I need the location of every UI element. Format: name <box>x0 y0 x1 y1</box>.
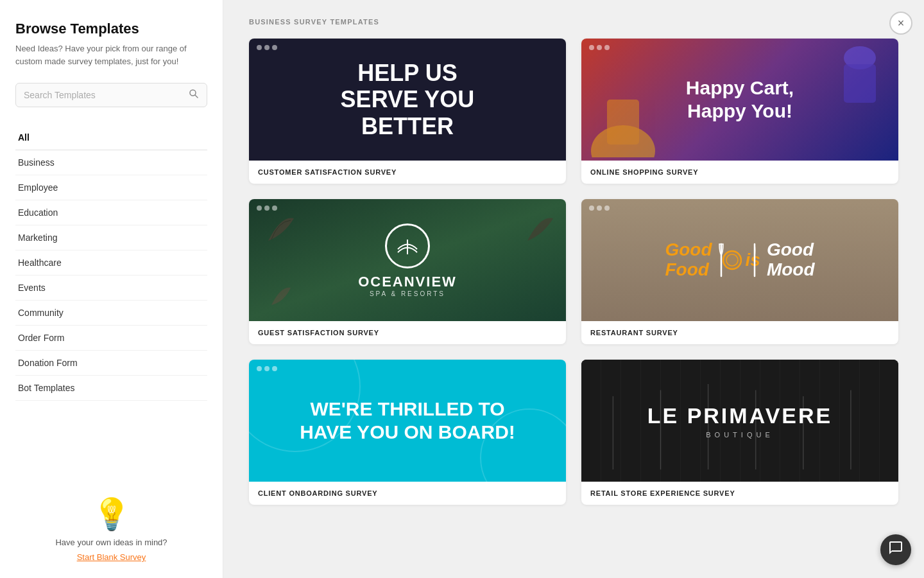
search-icon <box>189 89 199 101</box>
sidebar: Browse Templates Need Ideas? Have your p… <box>0 0 223 578</box>
sidebar-item-business[interactable]: Business <box>15 150 207 175</box>
sidebar-item-community[interactable]: Community <box>15 301 207 326</box>
card-title-boutique: RETAIL STORE EXPERIENCE SURVEY <box>581 482 898 505</box>
page-title: Browse Templates <box>15 21 207 37</box>
template-card-retail-store[interactable]: LE PRIMAVERE BOUTIQUE RETAIL STORE EXPER… <box>581 360 898 505</box>
card-image-guest: OCEANVIEW SPA & RESORTS <box>249 199 566 321</box>
shopping-text: Happy Cart,Happy You! <box>686 76 794 123</box>
template-card-restaurant[interactable]: Good Food <box>581 199 898 344</box>
chat-icon <box>888 540 903 559</box>
sidebar-item-all[interactable]: All <box>15 125 207 150</box>
close-button[interactable]: × <box>889 12 912 35</box>
template-card-online-shopping[interactable]: Happy Cart,Happy You! ONLINE SHOPPING SU… <box>581 39 898 184</box>
templates-grid: HELP USSERVE YOUBETTER CUSTOMER SATISFAC… <box>249 39 898 505</box>
card-title-customer: CUSTOMER SATISFACTION SURVEY <box>249 161 566 184</box>
sidebar-bottom: 💡 Have your own ideas in mind? Start Bla… <box>15 486 207 563</box>
sidebar-subtitle: Need Ideas? Have your pick from our rang… <box>15 42 207 67</box>
search-box[interactable] <box>15 83 207 107</box>
main-content: BUSINESS SURVEY TEMPLATES HELP USSERVE Y… <box>223 0 924 578</box>
template-card-guest-satisfaction[interactable]: OCEANVIEW SPA & RESORTS GUEST SATISFACTI… <box>249 199 566 344</box>
card-title-onboarding: CLIENT ONBOARDING SURVEY <box>249 482 566 505</box>
nav-list: AllBusinessEmployeeEducationMarketingHea… <box>15 125 207 486</box>
start-blank-survey-link[interactable]: Start Blank Survey <box>77 552 146 562</box>
sidebar-item-events[interactable]: Events <box>15 276 207 301</box>
boutique-text: LE PRIMAVERE BOUTIQUE <box>647 403 833 439</box>
sidebar-item-bot-templates[interactable]: Bot Templates <box>15 376 207 401</box>
card-title-shopping: ONLINE SHOPPING SURVEY <box>581 161 898 184</box>
sidebar-item-healthcare[interactable]: Healthcare <box>15 250 207 276</box>
card-customer-text: HELP USSERVE YOUBETTER <box>328 60 488 139</box>
sidebar-item-employee[interactable]: Employee <box>15 175 207 200</box>
card-title-restaurant: RESTAURANT SURVEY <box>581 321 898 344</box>
card-image-customer: HELP USSERVE YOUBETTER <box>249 39 566 161</box>
lightbulb-icon: 💡 <box>15 496 207 532</box>
template-card-customer-satisfaction[interactable]: HELP USSERVE YOUBETTER CUSTOMER SATISFAC… <box>249 39 566 184</box>
svg-rect-3 <box>607 100 639 144</box>
sidebar-item-donation-form[interactable]: Donation Form <box>15 351 207 376</box>
card-title-guest: GUEST SATISFACTION SURVEY <box>249 321 566 344</box>
card-image-shopping: Happy Cart,Happy You! <box>581 39 898 161</box>
sidebar-item-education[interactable]: Education <box>15 200 207 225</box>
card-image-onboarding: WE'RE THRILLED TOHAVE YOU ON BOARD! <box>249 360 566 482</box>
section-title: BUSINESS SURVEY TEMPLATES <box>249 18 898 26</box>
chat-widget[interactable] <box>880 534 911 565</box>
sidebar-item-marketing[interactable]: Marketing <box>15 225 207 250</box>
svg-point-8 <box>723 251 741 269</box>
card-image-boutique: LE PRIMAVERE BOUTIQUE <box>581 360 898 482</box>
guest-brand-text: OCEANVIEW SPA & RESORTS <box>358 223 457 297</box>
template-card-client-onboarding[interactable]: WE'RE THRILLED TOHAVE YOU ON BOARD! CLIE… <box>249 360 566 505</box>
svg-rect-5 <box>844 64 876 103</box>
sidebar-bottom-text: Have your own ideas in mind? <box>15 538 207 547</box>
svg-line-1 <box>195 95 198 98</box>
onboarding-text: WE'RE THRILLED TOHAVE YOU ON BOARD! <box>287 398 528 444</box>
sidebar-item-order-form[interactable]: Order Form <box>15 326 207 351</box>
search-input[interactable] <box>24 90 185 100</box>
card-image-restaurant: Good Food <box>581 199 898 321</box>
